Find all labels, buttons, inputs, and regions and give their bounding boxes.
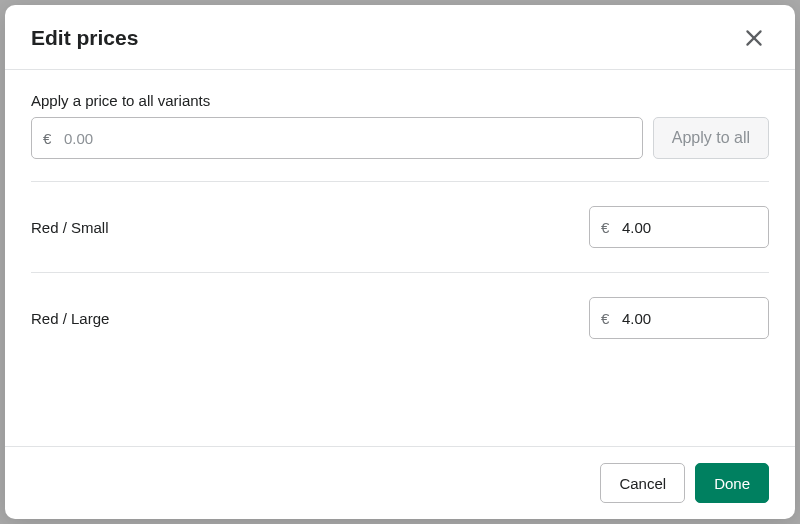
close-icon bbox=[743, 27, 765, 49]
done-button[interactable]: Done bbox=[695, 463, 769, 503]
variant-row: Red / Small € bbox=[31, 181, 769, 272]
variant-name: Red / Large bbox=[31, 310, 109, 327]
variant-name: Red / Small bbox=[31, 219, 109, 236]
modal-footer: Cancel Done bbox=[5, 446, 795, 519]
close-button[interactable] bbox=[739, 23, 769, 53]
variant-price-input[interactable] bbox=[589, 297, 769, 339]
variant-price-input-wrap: € bbox=[589, 206, 769, 248]
apply-price-label: Apply a price to all variants bbox=[31, 92, 769, 109]
variant-price-input-wrap: € bbox=[589, 297, 769, 339]
modal-header: Edit prices bbox=[5, 5, 795, 70]
variant-row: Red / Large € bbox=[31, 272, 769, 363]
apply-to-all-button[interactable]: Apply to all bbox=[653, 117, 769, 159]
edit-prices-modal: Edit prices Apply a price to all variant… bbox=[5, 5, 795, 519]
apply-price-input-wrap: € bbox=[31, 117, 643, 159]
modal-body: Apply a price to all variants € Apply to… bbox=[5, 70, 795, 446]
apply-price-row: € Apply to all bbox=[31, 117, 769, 159]
modal-title: Edit prices bbox=[31, 26, 138, 50]
cancel-button[interactable]: Cancel bbox=[600, 463, 685, 503]
variant-price-input[interactable] bbox=[589, 206, 769, 248]
apply-price-input[interactable] bbox=[31, 117, 643, 159]
